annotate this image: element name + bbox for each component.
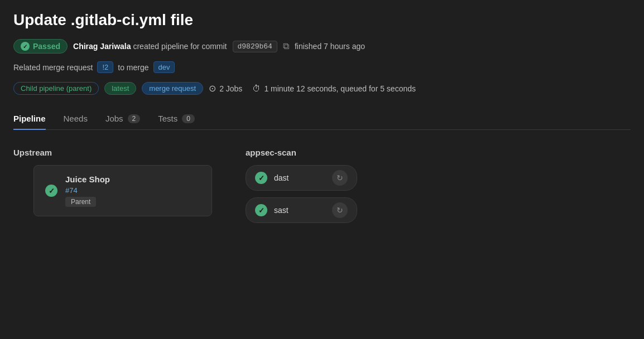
- tab-pipeline-label: Pipeline: [13, 114, 46, 123]
- sast-refresh-icon[interactable]: ↻: [332, 202, 348, 218]
- merge-id[interactable]: !2: [97, 61, 113, 73]
- related-merge-text: Related merge request: [13, 63, 93, 72]
- appsec-section: appsec-scan dast ↻ sast ↻: [246, 148, 357, 230]
- appsec-label: appsec-scan: [246, 148, 357, 157]
- upstream-check-icon: [45, 185, 57, 197]
- action-text: created pipeline for commit: [133, 42, 227, 51]
- dast-job-name: dast: [274, 173, 325, 182]
- jobs-count-item: ⊙ 2 Jobs: [209, 83, 242, 94]
- check-icon: [21, 42, 30, 51]
- time-item: ⏱ 1 minute 12 seconds, queued for 5 seco…: [252, 84, 416, 93]
- dast-check-icon: [255, 172, 267, 184]
- upstream-card: Juice Shop #74 Parent: [33, 165, 212, 216]
- tab-needs[interactable]: Needs: [64, 108, 88, 130]
- author-name: Chirag Jariwala: [73, 42, 131, 51]
- tags-row: Child pipeline (parent) latest merge req…: [13, 82, 631, 95]
- parent-link[interactable]: parent: [69, 84, 89, 93]
- time-icon: ⏱: [252, 84, 261, 93]
- passed-badge: Passed: [13, 39, 68, 54]
- merge-request-tag: merge request: [142, 82, 203, 95]
- job-item-sast[interactable]: sast ↻: [246, 197, 357, 223]
- upstream-title: Juice Shop: [65, 175, 110, 184]
- time-text: 1 minute 12 seconds, queued for 5 second…: [264, 84, 416, 93]
- tab-needs-label: Needs: [64, 114, 88, 123]
- upstream-label: Upstream: [13, 148, 212, 157]
- passed-label: Passed: [33, 42, 60, 51]
- copy-icon[interactable]: ⧉: [283, 41, 289, 51]
- sast-check-icon: [255, 204, 267, 216]
- commit-hash[interactable]: d9829b64: [233, 41, 277, 52]
- upstream-card-inner: Juice Shop #74 Parent: [65, 175, 110, 207]
- tab-tests-label: Tests: [158, 114, 177, 123]
- child-pipeline-close: ): [89, 84, 92, 93]
- child-pipeline-label: Child pipeline (: [21, 84, 69, 93]
- tab-tests[interactable]: Tests 0: [158, 108, 195, 130]
- jobs-info: ⊙ 2 Jobs ⏱ 1 minute 12 seconds, queued f…: [209, 83, 416, 94]
- meta-row: Passed Chirag Jariwala created pipeline …: [13, 39, 631, 54]
- tab-jobs-count: 2: [128, 114, 141, 123]
- merge-row: Related merge request !2 to merge dev: [13, 61, 631, 73]
- branch-badge[interactable]: dev: [153, 61, 175, 73]
- sast-job-name: sast: [274, 206, 325, 215]
- job-item-dast[interactable]: dast ↻: [246, 165, 357, 191]
- jobs-icon: ⊙: [209, 83, 216, 94]
- finished-text: finished 7 hours ago: [295, 42, 365, 51]
- tab-jobs[interactable]: Jobs 2: [105, 108, 140, 130]
- tab-jobs-label: Jobs: [105, 114, 123, 123]
- upstream-link[interactable]: #74: [65, 186, 110, 195]
- tab-tests-count: 0: [182, 114, 195, 123]
- page-title: Update .gitlab-ci.yml file: [13, 11, 631, 29]
- dast-refresh-icon[interactable]: ↻: [332, 170, 348, 186]
- latest-tag: latest: [104, 82, 136, 95]
- jobs-count-text: 2 Jobs: [219, 84, 242, 93]
- to-merge-text: to merge: [118, 63, 148, 72]
- pipeline-content: Upstream ‹ Juice Shop #74 Parent appsec-…: [13, 148, 631, 230]
- child-pipeline-tag[interactable]: Child pipeline (parent): [13, 82, 99, 95]
- upstream-section: Upstream ‹ Juice Shop #74 Parent: [13, 148, 212, 216]
- upstream-parent-badge: Parent: [65, 197, 96, 207]
- tab-pipeline[interactable]: Pipeline: [13, 108, 46, 130]
- tabs-row: Pipeline Needs Jobs 2 Tests 0: [13, 108, 631, 130]
- meta-author-text: Chirag Jariwala created pipeline for com…: [73, 42, 227, 51]
